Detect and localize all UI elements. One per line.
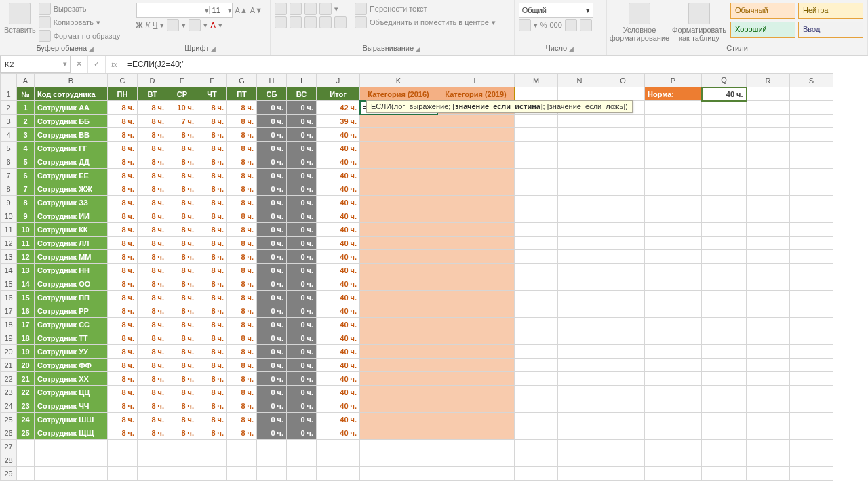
cell[interactable] xyxy=(702,223,747,237)
cell[interactable] xyxy=(747,318,790,331)
cell[interactable] xyxy=(437,209,515,223)
row-header-10[interactable]: 10 xyxy=(1,209,17,223)
cell[interactable] xyxy=(790,115,833,128)
cell[interactable] xyxy=(515,182,558,196)
cell[interactable] xyxy=(437,372,515,386)
cell[interactable]: 8 ч. xyxy=(138,115,167,128)
cell[interactable] xyxy=(645,142,702,155)
cell[interactable] xyxy=(108,453,138,467)
cell[interactable] xyxy=(790,399,833,413)
cell[interactable]: 0 ч. xyxy=(257,237,287,250)
cell[interactable] xyxy=(747,101,790,115)
cell[interactable] xyxy=(645,372,702,386)
cell[interactable]: Сотрудник ББ xyxy=(35,115,108,128)
cell[interactable]: 8 ч. xyxy=(167,182,197,196)
cell[interactable]: 25 xyxy=(17,426,35,440)
cell[interactable] xyxy=(558,453,601,467)
cell[interactable]: 8 ч. xyxy=(197,128,227,142)
cell[interactable]: 0 ч. xyxy=(257,372,287,386)
cell[interactable] xyxy=(601,372,645,386)
decrease-font-icon[interactable]: A▼ xyxy=(250,6,262,14)
cell[interactable]: СР xyxy=(167,87,197,101)
row-header-2[interactable]: 2 xyxy=(1,101,17,115)
cell[interactable] xyxy=(558,196,601,209)
cell[interactable] xyxy=(790,467,833,481)
cell[interactable]: 8 ч. xyxy=(138,318,167,331)
cell[interactable] xyxy=(790,87,833,101)
cell[interactable] xyxy=(747,209,790,223)
cell[interactable] xyxy=(515,386,558,399)
cell[interactable] xyxy=(645,209,702,223)
cell[interactable]: 8 ч. xyxy=(108,115,138,128)
cell[interactable]: 8 ч. xyxy=(138,372,167,386)
cell[interactable] xyxy=(645,426,702,440)
cell[interactable] xyxy=(515,250,558,264)
cell[interactable]: 8 ч. xyxy=(108,426,138,440)
cell[interactable] xyxy=(437,345,515,359)
cell[interactable]: 8 ч. xyxy=(108,196,138,209)
cell[interactable]: 8 ч. xyxy=(197,331,227,345)
cell[interactable] xyxy=(645,169,702,182)
cell[interactable]: 8 ч. xyxy=(227,264,257,277)
cell[interactable]: 8 ч. xyxy=(138,345,167,359)
cell[interactable] xyxy=(747,426,790,440)
cell-style-good[interactable]: Хороший xyxy=(730,22,795,38)
cell[interactable] xyxy=(437,250,515,264)
cell[interactable]: Сотрудник ТТ xyxy=(35,331,108,345)
cell[interactable] xyxy=(645,359,702,372)
copy-button[interactable]: Копировать▾ xyxy=(39,16,121,28)
cell[interactable]: 8 ч. xyxy=(227,277,257,291)
cell[interactable] xyxy=(558,372,601,386)
cell[interactable]: 8 ч. xyxy=(167,372,197,386)
cell[interactable] xyxy=(747,291,790,304)
cell[interactable]: 8 ч. xyxy=(108,223,138,237)
cell[interactable]: 0 ч. xyxy=(287,223,317,237)
cell[interactable] xyxy=(747,128,790,142)
cell[interactable]: 8 ч. xyxy=(167,128,197,142)
cell[interactable] xyxy=(35,440,108,453)
cell[interactable] xyxy=(167,467,197,481)
cell[interactable]: 8 ч. xyxy=(167,413,197,426)
cell[interactable]: 12 xyxy=(17,250,35,264)
spreadsheet-grid[interactable]: ABCDEFGHIJKLMNOPQRS1№Код сотрудникаПНВТС… xyxy=(0,73,868,488)
cell[interactable] xyxy=(558,359,601,372)
cell[interactable] xyxy=(515,426,558,440)
cell[interactable]: 8 ч. xyxy=(227,115,257,128)
col-header-H[interactable]: H xyxy=(257,74,287,87)
cell[interactable]: 8 ч. xyxy=(138,196,167,209)
cell[interactable]: 8 ч. xyxy=(108,331,138,345)
cell[interactable]: 8 ч. xyxy=(138,101,167,115)
cell[interactable] xyxy=(645,331,702,345)
cell[interactable] xyxy=(790,155,833,169)
cell[interactable] xyxy=(360,386,437,399)
cell[interactable]: 8 ч. xyxy=(227,209,257,223)
cell[interactable] xyxy=(515,453,558,467)
cell[interactable]: 8 ч. xyxy=(138,304,167,318)
row-header-29[interactable]: 29 xyxy=(1,467,17,481)
cell[interactable] xyxy=(601,182,645,196)
cell[interactable] xyxy=(601,467,645,481)
cell[interactable] xyxy=(360,115,437,128)
cell[interactable] xyxy=(317,453,360,467)
cell[interactable]: 8 ч. xyxy=(138,223,167,237)
cell[interactable]: 40 ч. xyxy=(317,264,360,277)
cell[interactable] xyxy=(702,440,747,453)
cell[interactable]: 0 ч. xyxy=(287,399,317,413)
cell[interactable] xyxy=(645,264,702,277)
cell[interactable]: Категория (2016) xyxy=(360,87,437,101)
cell[interactable]: 40 ч. xyxy=(317,386,360,399)
cell[interactable]: 6 xyxy=(17,169,35,182)
cell[interactable] xyxy=(601,196,645,209)
row-header-3[interactable]: 3 xyxy=(1,115,17,128)
cell[interactable] xyxy=(515,237,558,250)
cell[interactable] xyxy=(747,467,790,481)
row-header-19[interactable]: 19 xyxy=(1,331,17,345)
cell[interactable] xyxy=(702,331,747,345)
cell[interactable]: 40 ч. xyxy=(317,209,360,223)
cell[interactable]: 40 ч. xyxy=(317,155,360,169)
cell[interactable]: 40 ч. xyxy=(317,372,360,386)
font-size-input[interactable]: 11 xyxy=(209,6,228,14)
cell[interactable] xyxy=(515,264,558,277)
cell[interactable] xyxy=(747,250,790,264)
cell[interactable]: 0 ч. xyxy=(287,345,317,359)
